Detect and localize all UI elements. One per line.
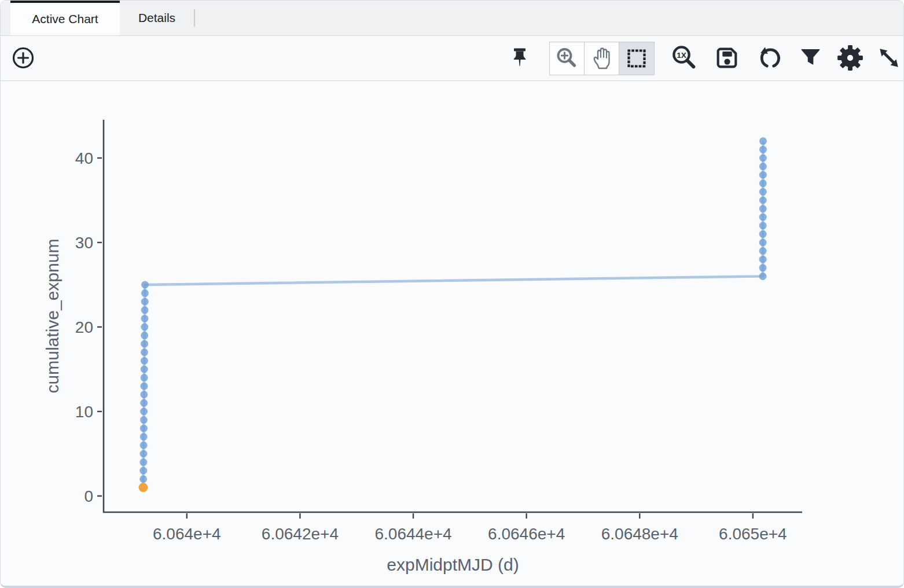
data-point[interactable] bbox=[759, 154, 767, 161]
data-point[interactable] bbox=[759, 230, 767, 238]
x-tick-label: 6.0646e+4 bbox=[488, 525, 565, 543]
data-point[interactable] bbox=[139, 458, 147, 466]
data-point[interactable] bbox=[759, 179, 767, 187]
data-point[interactable] bbox=[141, 357, 148, 365]
pin-button[interactable] bbox=[508, 46, 532, 70]
data-point[interactable] bbox=[139, 450, 147, 457]
zoom-in-tool-button[interactable] bbox=[550, 42, 585, 75]
refresh-icon bbox=[758, 45, 783, 71]
y-tick-label: 30 bbox=[75, 234, 93, 252]
data-point[interactable] bbox=[140, 425, 148, 432]
zoom-1x-icon: 1X bbox=[671, 45, 698, 71]
save-button[interactable] bbox=[714, 45, 740, 71]
y-tick-label: 40 bbox=[75, 149, 93, 167]
data-point[interactable] bbox=[759, 146, 767, 153]
toolbar: 1X bbox=[1, 36, 903, 81]
data-point[interactable] bbox=[759, 273, 767, 280]
data-point[interactable] bbox=[759, 137, 767, 145]
data-point[interactable] bbox=[140, 433, 148, 440]
tab-details[interactable]: Details bbox=[120, 1, 194, 35]
y-axis-title: cumulative_expnum bbox=[43, 239, 62, 394]
data-point[interactable] bbox=[141, 289, 149, 297]
data-point[interactable] bbox=[759, 171, 767, 179]
tab-details-label: Details bbox=[138, 11, 175, 25]
data-point[interactable] bbox=[140, 391, 148, 398]
pan-tool-button[interactable] bbox=[585, 42, 619, 75]
data-point[interactable] bbox=[141, 332, 148, 339]
y-tick-label: 10 bbox=[75, 403, 93, 421]
data-point[interactable] bbox=[759, 196, 767, 204]
pin-icon bbox=[508, 46, 532, 70]
tool-mode-group bbox=[549, 42, 655, 75]
data-point[interactable] bbox=[141, 365, 148, 373]
rect-select-icon bbox=[624, 46, 649, 71]
data-point[interactable] bbox=[759, 238, 767, 246]
data-point[interactable] bbox=[139, 475, 147, 483]
data-point[interactable] bbox=[141, 348, 148, 356]
data-point[interactable] bbox=[140, 383, 148, 390]
chart-canvas[interactable]: 0102030406.064e+46.0642e+46.0644e+46.064… bbox=[1, 81, 903, 586]
filter-icon bbox=[799, 46, 822, 69]
data-point[interactable] bbox=[759, 222, 767, 229]
data-point[interactable] bbox=[139, 467, 147, 475]
data-point[interactable] bbox=[141, 323, 148, 330]
settings-button[interactable] bbox=[837, 45, 863, 71]
data-point[interactable] bbox=[140, 442, 148, 449]
x-tick-label: 6.0644e+4 bbox=[374, 525, 451, 543]
tab-active-chart[interactable]: Active Chart bbox=[10, 1, 120, 35]
y-tick-label: 20 bbox=[75, 318, 93, 336]
data-point[interactable] bbox=[759, 256, 767, 263]
rect-select-tool-button[interactable] bbox=[619, 42, 654, 75]
chart-line bbox=[144, 141, 763, 488]
add-circle-icon bbox=[11, 46, 35, 70]
data-point[interactable] bbox=[141, 374, 148, 381]
highlighted-data-point[interactable] bbox=[138, 483, 148, 492]
data-point[interactable] bbox=[759, 247, 767, 255]
refresh-button[interactable] bbox=[758, 45, 783, 71]
data-point[interactable] bbox=[759, 205, 767, 212]
save-icon bbox=[714, 45, 740, 71]
zoom-in-icon bbox=[555, 46, 579, 71]
data-point[interactable] bbox=[141, 340, 148, 348]
svg-text:1X: 1X bbox=[677, 51, 687, 60]
data-point[interactable] bbox=[759, 264, 767, 271]
chart-area: 0102030406.064e+46.0642e+46.0644e+46.064… bbox=[1, 81, 903, 586]
data-point[interactable] bbox=[140, 407, 148, 415]
zoom-1x-button[interactable]: 1X bbox=[671, 45, 698, 71]
data-point[interactable] bbox=[141, 306, 149, 314]
data-point[interactable] bbox=[141, 315, 149, 322]
x-axis-title: expMidptMJD (d) bbox=[387, 555, 519, 574]
data-point[interactable] bbox=[759, 163, 767, 170]
pan-hand-icon bbox=[590, 46, 614, 71]
data-point[interactable] bbox=[759, 188, 767, 196]
x-tick-label: 6.0648e+4 bbox=[601, 525, 678, 543]
expand-diagonal-icon bbox=[876, 45, 902, 71]
x-tick-label: 6.064e+4 bbox=[153, 525, 221, 543]
filter-button[interactable] bbox=[799, 46, 822, 69]
x-tick-label: 6.065e+4 bbox=[719, 525, 787, 543]
data-point[interactable] bbox=[759, 214, 767, 221]
y-tick-label: 0 bbox=[84, 487, 93, 505]
settings-gear-icon bbox=[837, 45, 863, 71]
expand-button[interactable] bbox=[876, 45, 902, 71]
tab-active-chart-label: Active Chart bbox=[32, 12, 98, 26]
data-point[interactable] bbox=[140, 416, 148, 424]
data-point[interactable] bbox=[141, 281, 149, 288]
data-point[interactable] bbox=[140, 399, 148, 407]
axes-lines bbox=[104, 120, 802, 512]
tab-bar: Active Chart Details bbox=[1, 1, 903, 36]
add-viewer-button[interactable] bbox=[11, 46, 35, 70]
tab-separator bbox=[194, 9, 195, 27]
data-point[interactable] bbox=[141, 298, 149, 306]
chart-viewer-window: Active Chart Details bbox=[0, 0, 904, 588]
x-tick-label: 6.0642e+4 bbox=[262, 525, 339, 543]
